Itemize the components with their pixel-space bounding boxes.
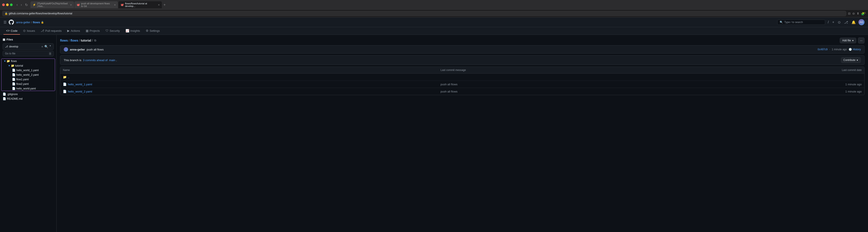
tree-item-hello1[interactable]: 📄 hello_world_1.yaml: [2, 68, 55, 72]
tab-close-3[interactable]: ✕: [158, 4, 160, 6]
command-palette-icon[interactable]: /: [827, 19, 830, 25]
search-files-button[interactable]: 🔍: [44, 45, 48, 49]
tab-label-3: flows/flows/tutorial at develop...: [125, 2, 156, 7]
nav-label-projects: Projects: [90, 29, 100, 32]
table-row[interactable]: 📄 hello_world_1.yaml push all flows 1 mi…: [60, 81, 864, 88]
tree-item-flow1[interactable]: 📄 flow1.yaml: [2, 77, 55, 82]
plus-icon[interactable]: +: [832, 19, 835, 25]
nav-item-settings[interactable]: ⚙ Settings: [143, 27, 162, 35]
commits-ahead-link[interactable]: 3 commits ahead of: [83, 59, 107, 62]
history-button[interactable]: 🕐 History: [849, 48, 861, 51]
close-button[interactable]: [2, 3, 5, 6]
issues-icon: ⊙: [23, 29, 26, 32]
address-row: 🔒 github.com/anna-geller/flows/tree/deve…: [0, 10, 868, 18]
nav-label-prs: Pull requests: [45, 29, 62, 32]
maximize-button[interactable]: [10, 3, 12, 6]
tab-favicon-3: 🐙: [121, 3, 124, 6]
tree-label-helloworld: hello_world.yaml: [16, 87, 36, 90]
branch-actions: + 🔍 ▼: [41, 45, 51, 49]
commit-time: 1 minute ago: [832, 48, 847, 51]
commit-hash[interactable]: 0c497c9: [818, 48, 828, 51]
breadcrumb-flows-root[interactable]: flows: [60, 39, 68, 42]
file-icon-hello2: 📄: [12, 73, 16, 77]
table-row[interactable]: 📄 hello_world_2.yaml push all flows 1 mi…: [60, 88, 864, 95]
hamburger-menu-icon[interactable]: ☰: [3, 20, 6, 24]
file-icon-row-hello2: 📄: [63, 90, 67, 93]
nav-item-pullrequests[interactable]: ⎇ Pull requests: [38, 27, 64, 35]
tree-label-tutorial: tutorial: [15, 64, 23, 67]
tree-item-hello2[interactable]: 📄 hello_world_2.yaml: [2, 72, 55, 77]
tree-item-flow2[interactable]: 📄 flow2.yaml: [2, 82, 55, 86]
tree-label-flows: flows: [11, 60, 17, 63]
file-name-parent[interactable]: 📁 ..: [63, 75, 440, 79]
tab-label-2: push all development flows to Git: [81, 2, 112, 7]
back-button[interactable]: ‹: [16, 2, 19, 7]
tab-close-1[interactable]: ✕: [70, 4, 72, 6]
go-to-file-label: Go to file: [5, 52, 16, 55]
add-file-button[interactable]: Add file ▼: [840, 38, 856, 43]
repo-name-link[interactable]: flows: [33, 21, 40, 24]
dir-icon-parent: 📁: [63, 75, 67, 79]
browser-tab-2[interactable]: 🐙 push all development flows to Git ✕: [74, 1, 118, 8]
tree-item-tutorial[interactable]: ▾ 📁 tutorial: [2, 63, 55, 68]
breadcrumb-flows[interactable]: flows: [70, 39, 78, 42]
file-name-hello1[interactable]: 📄 hello_world_1.yaml: [63, 83, 440, 86]
repo-owner-link[interactable]: anna-geller: [16, 21, 30, 24]
browser-tab-1[interactable]: ⚡ 2Tp4dXylaAFOxZNqzVo5wd | Kes... ✕: [30, 1, 74, 8]
tree-label-flow2: flow2.yaml: [16, 83, 29, 86]
pr-icon[interactable]: ⎇: [843, 19, 849, 25]
file-name-hello2[interactable]: 📄 hello_world_2.yaml: [63, 90, 440, 93]
tree-item-readme[interactable]: 📄 README.md: [0, 96, 56, 101]
nav-item-code[interactable]: <> Code: [3, 27, 20, 35]
nav-label-settings: Settings: [150, 29, 160, 32]
more-options-button[interactable]: ···: [858, 37, 865, 44]
more-options-label: ···: [860, 39, 863, 42]
notification-icon[interactable]: 🔔: [850, 19, 857, 25]
commit-left: anna-geller push all flows: [64, 47, 103, 52]
tree-item-gitignore[interactable]: 📄 .gitignore: [0, 92, 56, 96]
user-avatar[interactable]: AG: [859, 19, 865, 25]
file-icon-row-hello1: 📄: [63, 83, 67, 86]
global-search[interactable]: 🔍 Type / to search: [777, 20, 825, 25]
repo-path: anna-geller / flows 🔒: [16, 21, 44, 24]
browser-tab-3[interactable]: 🐙 flows/flows/tutorial at develop... ✕: [118, 1, 162, 8]
refresh-button[interactable]: ↻: [24, 2, 29, 7]
address-bar[interactable]: 🔒 github.com/anna-geller/flows/tree/deve…: [2, 11, 846, 16]
tab-close-2[interactable]: ✕: [114, 4, 116, 6]
copy-path-button[interactable]: ⧉: [94, 38, 97, 42]
branch-selector[interactable]: ⎇ develop + 🔍 ▼: [3, 43, 54, 50]
nav-item-issues[interactable]: ⊙ Issues: [21, 27, 38, 35]
minimize-button[interactable]: [6, 3, 9, 6]
go-to-file-kbd: t: [49, 52, 51, 55]
share-icon[interactable]: ⬆: [857, 12, 859, 15]
files-icon: ▦: [3, 38, 5, 41]
file-icon-hello1: 📄: [12, 68, 16, 72]
new-tab-button[interactable]: +: [162, 2, 167, 7]
tutorial-chevron-icon: ▾: [8, 64, 10, 67]
tree-item-flows[interactable]: ▾ 📁 flows: [2, 59, 55, 63]
bc-slash-2: /: [79, 39, 80, 42]
code-icon: <>: [6, 29, 9, 32]
base-branch-link[interactable]: main: [109, 59, 115, 62]
reader-view-icon[interactable]: ⊟: [848, 12, 850, 15]
nav-item-projects[interactable]: ▦ Projects: [83, 27, 102, 35]
contribute-button[interactable]: Contribute ▼: [841, 57, 861, 63]
zoom-icon[interactable]: ⊖: [852, 12, 855, 15]
tree-item-helloworld[interactable]: 📄 hello_world.yaml: [2, 86, 55, 91]
extensions-icon[interactable]: 🧩1: [861, 12, 866, 16]
forward-button[interactable]: ›: [20, 2, 23, 7]
commit-msg-hello2: push all flows: [440, 90, 818, 93]
nav-item-security[interactable]: 🛡 Security: [103, 27, 122, 35]
pr-nav-icon: ⎇: [41, 29, 44, 32]
nav-item-actions[interactable]: ▶ Actions: [65, 27, 83, 35]
issue-icon[interactable]: ⊙: [837, 19, 841, 25]
browser-chrome: ‹ › ↻ ⚡ 2Tp4dXylaAFOxZNqzVo5wd | Kes... …: [0, 0, 868, 10]
go-to-file[interactable]: Go to file t: [3, 51, 54, 56]
sidebar-title: ▦ Files: [3, 38, 13, 41]
breadcrumb: flows / flows / tutorial / ⧉: [60, 38, 97, 42]
bc-slash-3: /: [92, 39, 93, 42]
commit-author[interactable]: anna-geller: [70, 48, 85, 51]
table-row[interactable]: 📁 ..: [60, 74, 864, 81]
nav-item-insights[interactable]: 📈 Insights: [123, 27, 143, 35]
add-branch-button[interactable]: +: [41, 45, 43, 49]
